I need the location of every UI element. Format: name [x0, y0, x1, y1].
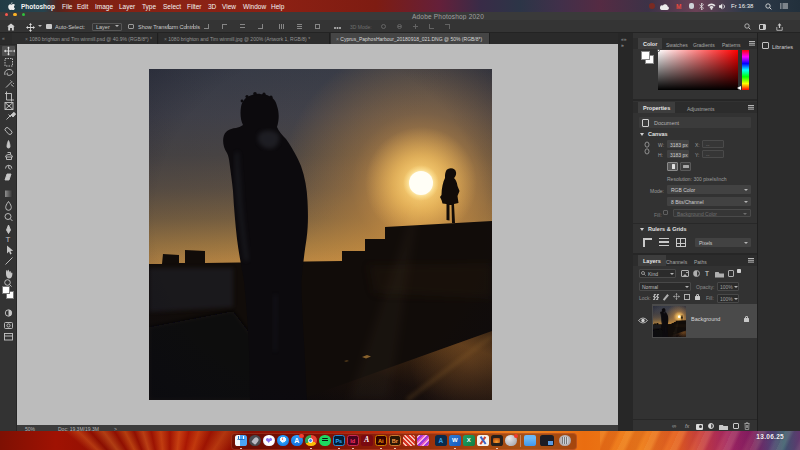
svg-text:T: T — [6, 235, 11, 244]
